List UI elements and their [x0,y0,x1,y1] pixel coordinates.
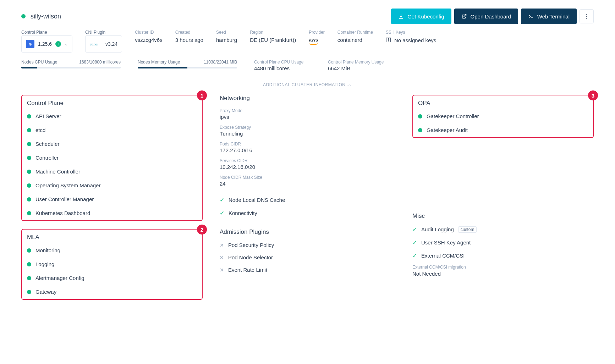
status-item: Controller [27,155,197,161]
opa-list: Gatekeeper ControllerGatekeeper Audit [418,113,588,133]
cni-version: v3.24 [105,41,117,47]
status-item: Alertmanager Config [27,275,197,281]
meta-ssh: SSH Keys ⚿ No assigned keys [386,30,436,43]
control-plane-chip-label: Control Plane [21,30,72,35]
check-icon: ✓ [220,197,224,203]
check-icon: ✓ [412,239,417,246]
meta-region: Region DE (EU (Frankfurt)) [250,30,296,43]
kv-pair: Pods CIDR172.27.0.0/16 [220,142,398,153]
page-header: silly-wilson Get Kubeconfig Open Dashboa… [21,9,594,24]
get-kubeconfig-button[interactable]: Get Kubeconfig [391,9,451,24]
networking-title: Networking [220,95,398,102]
kv-label: Node CIDR Mask Size [220,175,398,180]
misc-label: External CCM/CSI [421,253,465,259]
mla-list: MonitoringLoggingAlertmanager ConfigGate… [27,247,197,295]
web-terminal-button[interactable]: Web Terminal [521,9,577,24]
status-dot-icon [27,262,31,266]
aws-icon: aws [309,37,318,43]
status-dot-icon [27,197,31,202]
x-icon: ✕ [220,267,224,273]
key-icon: ⚿ [386,37,391,43]
nodes-mem-value: 11038/22041 MiB [204,60,237,65]
misc-item: ✓User SSH Key Agent [412,239,594,246]
kv-label: Proxy Mode [220,108,398,113]
kv-pair: Expose StrategyTunneling [220,125,398,137]
status-item: Monitoring [27,247,197,253]
opa-section: 3 OPA Gatekeeper ControllerGatekeeper Au… [412,95,594,138]
admission-item: ✕Pod Security Policy [220,242,398,248]
meta-cluster-id: Cluster ID vszzcg4v6s [135,30,163,43]
status-item: Operating System Manager [27,182,197,188]
meta-runtime: Container Runtime containerd [337,30,373,43]
misc-label: User SSH Key Agent [421,239,471,246]
status-dot-icon [418,114,422,118]
status-item-label: Controller [35,155,59,161]
kv-label: Pods CIDR [220,142,398,147]
kv-value: 24 [220,181,398,187]
check-icon: ✓ [220,210,224,216]
status-dot-icon [27,183,31,188]
control-plane-chip[interactable]: 1.25.6 ↑ ⌄ [21,35,72,53]
nodes-cpu-usage: Nodes CPU Usage 1683/10800 millicores [21,60,121,71]
cluster-name: silly-wilson [31,13,61,20]
ssh-label: SSH Keys [386,30,436,35]
mla-title: MLA [27,234,197,241]
check-label: Konnectivity [229,210,257,216]
status-item-label: Operating System Manager [35,182,100,188]
header-actions: Get Kubeconfig Open Dashboard Web Termin… [391,9,594,24]
status-item-label: Monitoring [35,247,60,253]
status-item: Gateway [27,289,197,295]
cp-cpu-usage: Control Plane CPU Usage 4480 millicores [254,60,311,71]
cni-chip-label: CNI Plugin [85,30,122,35]
status-dot-icon [27,248,31,253]
admission-label: Pod Node Selector [228,254,273,260]
status-item: API Server [27,113,197,119]
misc-label: Audit Logging [421,226,454,232]
misc-item: ✓External CCM/CSI [412,252,594,259]
chevron-up-icon: ︿ [347,82,352,88]
more-actions-button[interactable] [580,9,594,23]
meta-created: Created 3 hours ago [175,30,203,43]
open-dashboard-button[interactable]: Open Dashboard [454,9,518,24]
admission-item: ✕Event Rate Limit [220,267,398,273]
status-item: etcd [27,127,197,133]
kv-pair: Proxy Modeipvs [220,108,398,120]
status-item: User Controller Manager [27,196,197,202]
nodes-cpu-value: 1683/10800 millicores [79,60,121,65]
ssh-value: ⚿ No assigned keys [386,37,436,43]
header-left: silly-wilson [21,13,61,20]
cp-cpu-value: 4480 millicores [254,65,311,71]
region-label: Region [250,30,296,35]
status-item: Kubernetes Dashboard [27,210,197,216]
created-value: 3 hours ago [175,37,203,43]
external-link-icon [461,13,467,19]
admission-item: ✕Pod Node Selector [220,254,398,260]
nodes-mem-bar [138,67,237,68]
networking-list: Proxy ModeipvsExpose StrategyTunnelingPo… [220,108,398,187]
upgrade-available-icon: ↑ [55,41,61,47]
check-label: Node Local DNS Cache [229,197,285,203]
cp-mem-value: 6642 MiB [328,65,385,71]
check-icon: ✓ [412,252,417,259]
get-kubeconfig-label: Get Kubeconfig [407,13,444,20]
status-item-label: Gatekeeper Audit [427,127,468,133]
usage-strip: Nodes CPU Usage 1683/10800 millicores No… [21,60,594,71]
ccm-migration-label: External CCM/CSI migration [412,265,594,270]
status-dot-icon [418,128,422,132]
terminal-icon [528,13,534,19]
x-icon: ✕ [220,255,224,260]
seed-label: Seed [216,30,237,35]
seed-value: hamburg [216,37,237,43]
misc-item: ✓Audit Logging custom [412,226,594,233]
additional-info-toggle[interactable]: ADDITIONAL CLUSTER INFORMATION ︿ [0,78,615,88]
status-dot-icon [27,211,31,215]
opa-title: OPA [418,100,588,107]
mla-section: 2 MLA MonitoringLoggingAlertmanager Conf… [21,229,203,300]
cni-chip[interactable]: canal v3.24 [85,35,122,53]
status-item-label: User Controller Manager [35,196,94,202]
status-dot-icon [27,156,31,160]
admission-label: Event Rate Limit [228,267,267,273]
status-item: Gatekeeper Controller [418,113,588,119]
region-value: DE (EU (Frankfurt)) [250,37,296,43]
ccm-migration-value: Not Needed [412,271,594,277]
